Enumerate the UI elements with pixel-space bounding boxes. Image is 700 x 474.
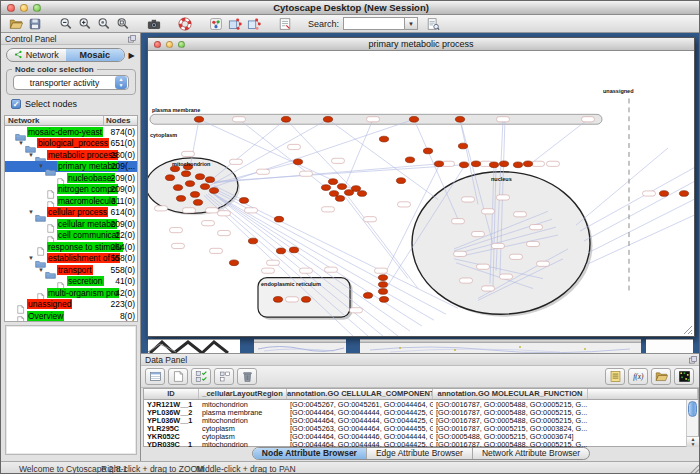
graph-node[interactable]: [379, 136, 388, 142]
attribute-matrix-check-icon[interactable]: [191, 368, 211, 385]
tree-row-macromolecule[interactable]: macromolecule311(0): [5, 195, 137, 207]
attribute-columns-icon[interactable]: [145, 368, 165, 385]
graph-node[interactable]: [409, 116, 418, 122]
vizmapper-icon[interactable]: [206, 16, 225, 32]
tree-row-nitrogen-compo[interactable]: nitrogen compo209(0): [5, 184, 137, 196]
graph-node[interactable]: [193, 200, 202, 206]
graph-node[interactable]: [337, 184, 346, 190]
scrollbar-thumb[interactable]: [688, 401, 697, 417]
graph-node[interactable]: [176, 196, 185, 202]
search-input[interactable]: [343, 17, 405, 30]
table-column-header[interactable]: annotation.GO MOLECULAR_FUNCTION: [433, 389, 588, 399]
graph-node[interactable]: [378, 289, 387, 295]
graph-node[interactable]: [209, 188, 218, 194]
graph-node[interactable]: [458, 143, 467, 149]
birdseye-overview-panel[interactable]: [5, 325, 137, 455]
heatmap-icon[interactable]: [674, 368, 694, 385]
graph-node[interactable]: [328, 179, 337, 185]
tree-row-multi-organism-pro[interactable]: multi-organism pro42(0): [5, 287, 137, 299]
tab-scroll-right-button[interactable]: ▶: [127, 51, 136, 60]
graph-node[interactable]: [513, 162, 522, 168]
tab-node-attribute-browser[interactable]: Node Attribute Browser: [253, 448, 367, 459]
tree-column-network[interactable]: Network: [5, 116, 104, 125]
graph-node[interactable]: [679, 191, 688, 197]
disclosure-triangle-icon[interactable]: ▼: [27, 255, 35, 261]
graph-node[interactable]: [190, 192, 199, 198]
snapshot-camera-icon[interactable]: [144, 16, 163, 32]
graph-node[interactable]: [323, 116, 332, 122]
help-lifering-icon[interactable]: [175, 16, 194, 32]
graph-node[interactable]: [455, 116, 464, 122]
graph-node[interactable]: [274, 216, 283, 222]
node-color-dropdown[interactable]: transporter activity ▲▼: [13, 75, 129, 90]
graph-node[interactable]: [248, 238, 257, 244]
graph-node[interactable]: [273, 297, 282, 303]
tree-row-metabolic-process[interactable]: ▼metabolic process280(0): [5, 149, 137, 161]
table-scrollbar[interactable]: ▲▼: [686, 400, 698, 447]
zoom-selected-icon[interactable]: [94, 16, 113, 32]
tree-row-nucleobase-[interactable]: nucleobase-209(0): [5, 172, 137, 184]
tab-mosaic[interactable]: Mosaic: [66, 49, 125, 61]
graph-node[interactable]: [363, 293, 372, 299]
graph-node[interactable]: [489, 162, 498, 168]
graph-node[interactable]: [423, 148, 432, 154]
graph-node[interactable]: [523, 161, 532, 167]
graph-node[interactable]: [205, 177, 214, 183]
open-session-icon[interactable]: [6, 16, 25, 32]
graph-node[interactable]: [471, 161, 480, 167]
graph-node[interactable]: [173, 185, 182, 191]
zoom-fit-icon[interactable]: [113, 16, 132, 32]
graph-node[interactable]: [281, 116, 290, 122]
network-canvas[interactable]: plasma membranecytoplasmmitochondrionnuc…: [148, 51, 694, 336]
float-panel-icon[interactable]: [688, 355, 698, 365]
tree-row-biological-process[interactable]: ▼biological_process651(0): [5, 138, 137, 150]
tree-row-establishment-of-lo[interactable]: ▼establishment of lo558(0): [5, 253, 137, 265]
window-titlebar[interactable]: Cytoscape Desktop (New Session): [1, 1, 700, 15]
graph-node[interactable]: [195, 174, 204, 180]
graph-node[interactable]: [289, 247, 298, 253]
graph-node[interactable]: [229, 260, 238, 266]
tree-row-cellular-metabo[interactable]: cellular metabo209(0): [5, 218, 137, 230]
graph-node[interactable]: [434, 161, 443, 167]
table-column-header[interactable]: annotation.GO CELLULAR_COMPONENT: [287, 389, 433, 399]
select-nodes-checkbox[interactable]: ✓: [11, 99, 21, 109]
attribute-list-icon[interactable]: [605, 368, 625, 385]
save-session-icon[interactable]: [25, 16, 44, 32]
delete-attribute-icon[interactable]: [237, 368, 257, 385]
tree-row-cell-communicat[interactable]: cell communicat22(0): [5, 230, 137, 242]
graph-node[interactable]: [357, 191, 366, 197]
disclosure-triangle-icon[interactable]: ▼: [37, 163, 45, 169]
graph-node[interactable]: [335, 196, 344, 202]
resize-grip-icon[interactable]: [689, 464, 700, 474]
annotation-icon[interactable]: [275, 16, 294, 32]
table-column-header[interactable]: ID: [144, 389, 199, 399]
graph-node[interactable]: [499, 161, 508, 167]
tree-row-response-to-stimulu[interactable]: response to stimulu264(0): [5, 241, 137, 253]
graph-node[interactable]: [165, 175, 174, 181]
float-panel-icon[interactable]: [127, 34, 137, 44]
disclosure-triangle-icon[interactable]: ▼: [37, 267, 45, 273]
import-attributes-icon[interactable]: [651, 368, 671, 385]
tree-row-primary-metabo[interactable]: ▼primary metabo209(...: [5, 161, 137, 173]
tree-row-transport[interactable]: ▼transport558(0): [5, 264, 137, 276]
graph-node[interactable]: [396, 178, 405, 184]
graph-node[interactable]: [293, 159, 302, 165]
tree-row-overview[interactable]: Overview8(0): [5, 310, 137, 322]
tree-column-nodes[interactable]: Nodes: [104, 116, 137, 125]
tab-network[interactable]: Network: [7, 49, 66, 61]
search-dropdown-button[interactable]: ▼: [405, 17, 418, 30]
tree-row-unassigned[interactable]: unassigned223(0): [5, 299, 137, 311]
network-view-window[interactable]: primary metabolic process plasma membran…: [147, 37, 695, 337]
graph-node[interactable]: [378, 282, 387, 288]
graph-node[interactable]: [301, 297, 310, 303]
tree-row-cellular-process[interactable]: ▼cellular process614(0): [5, 207, 137, 219]
new-network-selected-edges-icon[interactable]: [244, 16, 263, 32]
graph-node[interactable]: [405, 157, 414, 163]
disclosure-triangle-icon[interactable]: ▼: [17, 140, 25, 146]
new-attribute-icon[interactable]: [168, 368, 188, 385]
graph-node[interactable]: [239, 198, 248, 204]
graph-node[interactable]: [329, 191, 338, 197]
background-window[interactable]: [360, 339, 641, 353]
tree-row-mosaic-demo-yeast[interactable]: mosaic-demo-yeast874(0): [5, 126, 137, 138]
table-column-header[interactable]: _cellularLayoutRegion: [199, 389, 287, 399]
